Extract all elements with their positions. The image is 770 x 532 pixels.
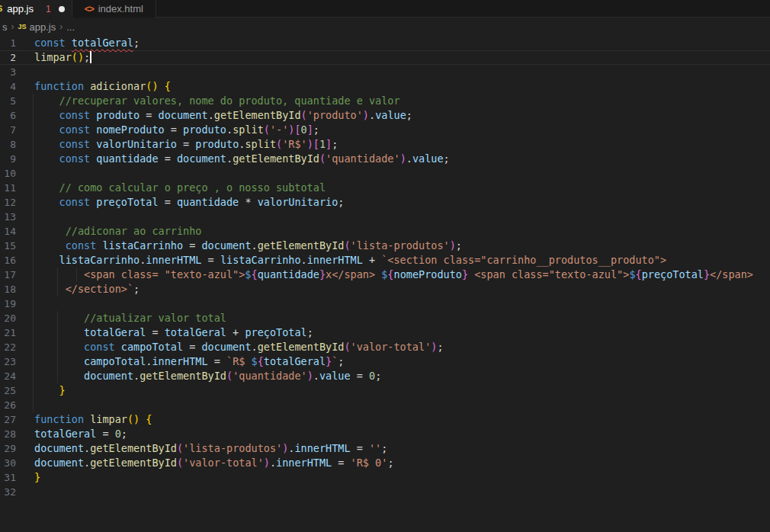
code-token: 'quantidade' (233, 370, 307, 382)
code-line-12[interactable]: 12 const preçoTotal = quantidade * valor… (0, 195, 770, 210)
problems-count-badge: 1 (46, 4, 51, 14)
code-line-4[interactable]: 4function adicionar() { (0, 79, 770, 94)
line-number[interactable]: 27 (0, 412, 34, 427)
breadcrumb-file[interactable]: app.js (30, 21, 56, 33)
code-line-31[interactable]: 31} (0, 470, 770, 485)
code-line-8[interactable]: 8 const valorUnitario = produto.split('R… (0, 137, 770, 152)
code-line-18[interactable]: 18 </section>`; (0, 282, 770, 296)
code-line-3[interactable]: 3 (0, 65, 770, 79)
line-number[interactable]: 20 (0, 311, 34, 325)
code-token: 'valor-total' (351, 341, 432, 353)
code-content: } (34, 470, 770, 485)
code-line-6[interactable]: 6 const produto = document.getElementByI… (0, 108, 770, 123)
line-number[interactable]: 28 (0, 427, 34, 441)
line-number[interactable]: 11 (0, 181, 34, 195)
code-line-22[interactable]: 22 const campoTotal = document.getElemen… (0, 340, 770, 354)
code-content: // como calcular o preço , o nosso subto… (34, 181, 770, 195)
code-token: = (159, 152, 177, 165)
code-line-26[interactable]: 26 (0, 398, 770, 412)
line-number[interactable]: 14 (0, 224, 34, 239)
breadcrumb-symbol[interactable]: ... (66, 21, 75, 33)
line-number[interactable]: 32 (0, 485, 34, 499)
code-token: produto (195, 138, 239, 150)
code-editor: 1const totalGeral;2limpar();34function a… (0, 36, 770, 532)
code-token: = (208, 355, 226, 367)
code-content: const quantidade = document.getElementBy… (34, 152, 770, 166)
line-number[interactable]: 7 (0, 123, 34, 137)
code-token: //adiconar ao carrinho (66, 225, 202, 237)
code-token: quantidade (177, 196, 239, 208)
code-token: . (84, 442, 90, 454)
line-number[interactable]: 25 (0, 383, 34, 398)
code-token (34, 225, 66, 237)
code-line-11[interactable]: 11 // como calcular o preço , o nosso su… (0, 181, 770, 195)
code-line-28[interactable]: 28totalGeral = 0; (0, 427, 770, 441)
line-number[interactable]: 13 (0, 210, 34, 224)
code-line-2[interactable]: 2limpar(); (0, 50, 770, 65)
code-line-14[interactable]: 14 //adiconar ao carrinho (0, 224, 770, 239)
line-number[interactable]: 5 (0, 94, 34, 108)
line-number[interactable]: 17 (0, 268, 34, 282)
line-number[interactable]: 1 (0, 36, 34, 50)
code-line-9[interactable]: 9 const quantidade = document.getElement… (0, 152, 770, 166)
code-token: ) (450, 239, 456, 252)
line-number[interactable]: 21 (0, 325, 34, 340)
code-token (34, 326, 84, 338)
code-token: const (59, 138, 91, 150)
line-number[interactable]: 10 (0, 166, 34, 181)
line-number[interactable]: 8 (0, 137, 34, 152)
line-number[interactable]: 4 (0, 79, 34, 94)
code-line-15[interactable]: 15 const listaCarrinho = document.getEle… (0, 239, 770, 253)
line-number[interactable]: 29 (0, 441, 34, 456)
line-number[interactable]: 6 (0, 108, 34, 123)
code-token: getElementById (233, 152, 319, 165)
code-line-25[interactable]: 25 } (0, 383, 770, 398)
code-token: document (201, 239, 251, 252)
code-line-30[interactable]: 30document.getElementById('valor-total')… (0, 456, 770, 470)
line-number[interactable]: 18 (0, 282, 34, 296)
code-token: } (34, 471, 40, 483)
code-line-29[interactable]: 29document.getElementById('lista-produto… (0, 441, 770, 456)
code-line-27[interactable]: 27function limpar() { (0, 412, 770, 427)
code-line-10[interactable]: 10 (0, 166, 770, 181)
line-number[interactable]: 24 (0, 369, 34, 383)
code-line-1[interactable]: 1const totalGeral; (0, 36, 770, 50)
line-number[interactable]: 2 (0, 51, 34, 64)
code-line-16[interactable]: 16 listaCarrinho.innerHTML = listaCarrin… (0, 253, 770, 268)
code-line-20[interactable]: 20 //atualizar valor total (0, 311, 770, 325)
code-content: //adiconar ao carrinho (34, 224, 770, 239)
line-number[interactable]: 9 (0, 152, 34, 166)
tab-app-js[interactable]: JS app.js 1 (0, 0, 72, 18)
code-line-13[interactable]: 13 (0, 210, 770, 224)
breadcrumb-folder[interactable]: s (2, 21, 8, 33)
line-number[interactable]: 15 (0, 239, 34, 253)
line-number[interactable]: 3 (0, 65, 34, 79)
line-number[interactable]: 12 (0, 195, 34, 210)
line-number[interactable]: 31 (0, 470, 34, 485)
code-token: getElementById (214, 109, 301, 121)
code-line-32[interactable]: 32 (0, 485, 770, 499)
code-line-7[interactable]: 7 const nomeProduto = produto.split('-')… (0, 123, 770, 137)
code-token (34, 123, 59, 136)
line-number[interactable]: 22 (0, 340, 34, 354)
indent-guide (33, 325, 34, 340)
line-number[interactable]: 19 (0, 296, 34, 311)
code-token (84, 80, 90, 92)
code-line-5[interactable]: 5 //recuperar valores, nome do produto, … (0, 94, 770, 108)
code-content: campoTotal.innerHTML = `R$ ${totalGeral}… (34, 354, 770, 369)
code-line-23[interactable]: 23 campoTotal.innerHTML = `R$ ${totalGer… (0, 354, 770, 369)
modified-dot-close-button[interactable] (59, 6, 65, 12)
code-line-19[interactable]: 19 (0, 296, 770, 311)
code-token: )[ (307, 138, 319, 150)
line-number[interactable]: 23 (0, 354, 34, 369)
line-number[interactable]: 30 (0, 456, 34, 470)
code-line-24[interactable]: 24 document.getElementById('quantidade')… (0, 369, 770, 383)
code-token: totalGeral (165, 326, 226, 338)
code-line-17[interactable]: 17 <span class= "texto-azul">${quantidad… (0, 268, 770, 282)
code-line-21[interactable]: 21 totalGeral = totalGeral + preçoTotal; (0, 325, 770, 340)
code-token: } (326, 355, 332, 367)
line-number[interactable]: 26 (0, 398, 34, 412)
tab-index-html[interactable]: <> index.html (72, 0, 156, 18)
line-number[interactable]: 16 (0, 253, 34, 268)
code-content: const campoTotal = document.getElementBy… (34, 340, 770, 354)
